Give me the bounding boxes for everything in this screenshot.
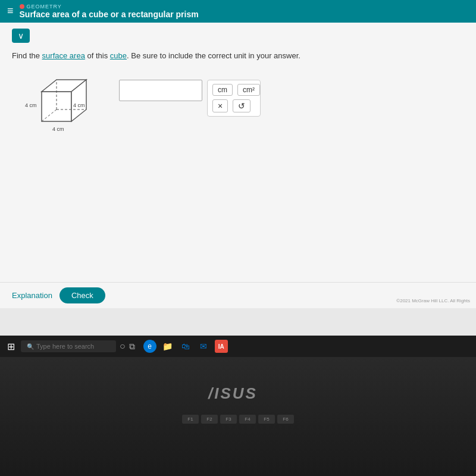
taskbar-search-input[interactable] [36,343,108,350]
taskbar-search-area[interactable]: 🔍 [21,340,116,352]
mail-icon[interactable]: ✉ [197,340,210,353]
cortana-button[interactable]: ○ [120,341,126,352]
question-text-after: . Be sure to include the correct unit in… [127,51,300,60]
cube-label-bottom: 4 cm [52,126,64,132]
laptop-screen: ≡ GEOMETRY Surface area of a cube or a r… [0,0,476,357]
f4-key[interactable]: F4 [239,415,256,424]
question-text: Find the surface area of this cube. Be s… [12,50,464,62]
copyright-text: ©2021 McGraw Hill LLC. All Rights [396,298,470,303]
taskbar: ⊞ 🔍 ○ ⧉ e 📁 🛍 ✉ IA [0,336,476,357]
input-panel: cm cm² × ↺ [119,80,261,117]
cube-label-left: 4 cm [25,102,37,108]
cm2-unit-button[interactable]: cm² [237,84,260,96]
question-text-before: Find the [12,51,42,60]
answer-input[interactable] [119,80,202,101]
hamburger-icon[interactable]: ≡ [7,5,14,17]
f5-key[interactable]: F5 [258,415,275,424]
unit-row: cm cm² [212,84,255,96]
ia-icon[interactable]: IA [215,340,228,353]
times-button[interactable]: × [212,99,228,112]
function-keys-row: F1 F2 F3 F4 F5 F6 [182,415,294,424]
folder-icon[interactable]: 📁 [161,340,174,353]
check-button[interactable]: Check [60,287,105,303]
cm-unit-button[interactable]: cm [212,84,233,96]
category-label: GEOMETRY [27,4,62,10]
svg-text:/ISUS: /ISUS [208,384,258,402]
f2-key[interactable]: F2 [201,415,218,424]
edge-icon[interactable]: e [143,340,156,353]
search-icon: 🔍 [27,343,34,350]
dropdown-button[interactable]: ∨ [12,29,30,43]
store-icon[interactable]: 🛍 [179,340,192,353]
cube-link[interactable]: cube [110,51,127,60]
bottom-bar: Explanation Check ©2021 McGraw Hill LLC.… [0,282,476,308]
asus-logo: /ISUS [202,381,274,409]
undo-button[interactable]: ↺ [233,99,250,112]
problem-area: 4 cm 4 cm 4 cm cm cm² × ↺ [24,74,464,139]
f3-key[interactable]: F3 [220,415,237,424]
action-row: × ↺ [212,99,255,112]
taskbar-app-icons: e 📁 🛍 ✉ IA [143,340,228,353]
main-content: ∨ Find the surface area of this cube. Be… [0,23,476,308]
start-button[interactable]: ⊞ [5,340,17,353]
cube-label-right: 4 cm [73,102,85,108]
task-view-button[interactable]: ⧉ [129,342,135,352]
app-header: ≡ GEOMETRY Surface area of a cube or a r… [0,0,476,23]
f1-key[interactable]: F1 [182,415,199,424]
question-text-middle: of this [85,51,110,60]
cube-diagram: 4 cm 4 cm 4 cm [24,74,101,139]
unit-buttons-panel: cm cm² × ↺ [207,80,261,117]
explanation-button[interactable]: Explanation [12,291,52,300]
surface-area-link[interactable]: surface area [42,51,85,60]
f6-key[interactable]: F6 [277,415,294,424]
page-title: Surface area of a cube or a rectangular … [20,10,199,19]
category-dot [20,4,24,9]
keyboard-area: /ISUS F1 F2 F3 F4 F5 F6 [0,357,476,476]
header-category: GEOMETRY [20,4,199,10]
header-text-area: GEOMETRY Surface area of a cube or a rec… [20,4,199,19]
